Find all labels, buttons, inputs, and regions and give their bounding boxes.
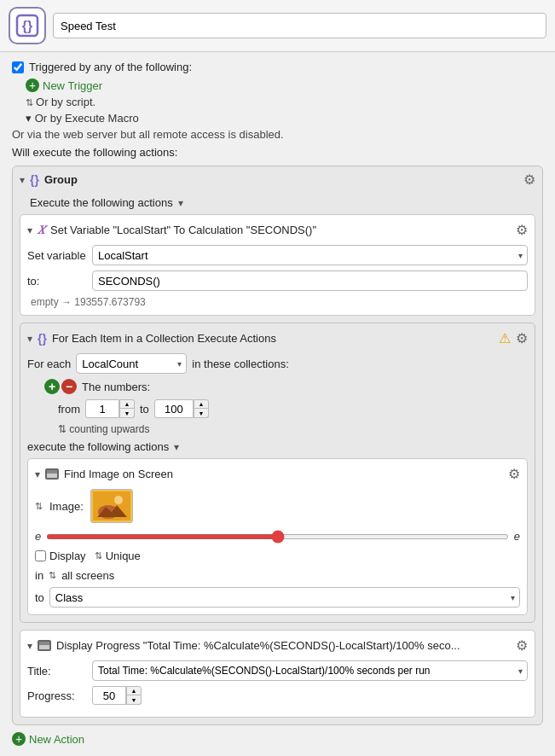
display-checkbox[interactable] bbox=[35, 550, 46, 561]
to-down-button[interactable]: ▼ bbox=[194, 409, 209, 418]
new-trigger-button[interactable]: + New Trigger bbox=[26, 79, 543, 92]
display-progress-title: Display Progress "Total Time: %Calculate… bbox=[56, 639, 511, 652]
top-bar: {} bbox=[0, 0, 555, 52]
image-thumbnail[interactable] bbox=[90, 489, 133, 523]
to-up-button[interactable]: ▲ bbox=[194, 399, 209, 409]
screens-updown-icon: ⇅ bbox=[49, 570, 56, 581]
trigger-row: Triggered by any of the following: bbox=[12, 61, 543, 73]
class-select[interactable]: Class bbox=[49, 587, 520, 608]
to-input[interactable] bbox=[154, 399, 194, 418]
from-input[interactable] bbox=[85, 399, 119, 418]
group-panel: ▾ {} Group ⚙ Execute the following actio… bbox=[12, 166, 543, 725]
progress-title-select[interactable]: Total Time: %Calculate%(SECONDS()-LocalS… bbox=[92, 660, 528, 681]
will-execute-label: Will execute the following actions: bbox=[12, 146, 543, 159]
image-row: ⇅ Image: bbox=[35, 489, 520, 523]
progress-chevron[interactable]: ▾ bbox=[27, 640, 32, 652]
from-stepper: ▲ ▼ bbox=[119, 399, 135, 418]
to-stepper-group: ▲ ▼ bbox=[154, 399, 209, 418]
set-var-chevron[interactable]: ▾ bbox=[27, 224, 32, 236]
class-select-wrap: Class ▾ bbox=[49, 587, 520, 608]
set-variable-panel: ▾ 𝑋 Set Variable "LocalStart" To Calcula… bbox=[20, 214, 535, 316]
x-icon: 𝑋 bbox=[38, 223, 45, 237]
window-icon bbox=[45, 468, 59, 480]
new-trigger-label: New Trigger bbox=[43, 79, 102, 92]
display-unique-row: Display ⇅ Unique bbox=[35, 550, 520, 562]
set-variable-select-wrap: LocalStart ▾ bbox=[92, 245, 528, 265]
in-label: in bbox=[35, 569, 43, 582]
new-action-label: New Action bbox=[29, 733, 84, 746]
set-variable-label: Set variable bbox=[27, 249, 87, 262]
group-gear-icon[interactable]: ⚙ bbox=[523, 172, 535, 188]
display-progress-header: ▾ Display Progress "Total Time: %Calcula… bbox=[27, 637, 528, 654]
numbers-row: + − The numbers: bbox=[44, 379, 528, 394]
display-progress-gear-icon[interactable]: ⚙ bbox=[516, 637, 528, 654]
find-image-gear-icon[interactable]: ⚙ bbox=[508, 466, 520, 482]
progress-value-input[interactable] bbox=[92, 686, 126, 705]
group-brace-icon: {} bbox=[30, 173, 39, 187]
for-each-label: For each bbox=[27, 358, 71, 370]
calculation-input[interactable] bbox=[92, 270, 528, 291]
updown-icon: ⇅ bbox=[26, 97, 36, 108]
for-each-gear-icon[interactable]: ⚙ bbox=[516, 330, 528, 346]
from-up-button[interactable]: ▲ bbox=[119, 399, 135, 409]
for-each-panel: ▾ {} For Each Item in a Collection Execu… bbox=[20, 323, 535, 623]
set-var-gear-icon[interactable]: ⚙ bbox=[516, 222, 528, 238]
updown-counting-icon: ⇅ bbox=[58, 423, 69, 435]
for-each-row: For each LocalCount ▾ in these collectio… bbox=[27, 353, 528, 374]
group-title: Group bbox=[44, 173, 518, 186]
updown-unique-icon: ⇅ bbox=[95, 550, 102, 561]
group-chevron[interactable]: ▾ bbox=[20, 174, 25, 186]
warning-icon: ⚠ bbox=[499, 330, 511, 346]
progress-up-button[interactable]: ▲ bbox=[126, 686, 142, 695]
or-script-option[interactable]: ⇅ Or by script. bbox=[26, 96, 543, 108]
image-thumb-inner bbox=[93, 491, 130, 520]
or-via-text: Or via the web server but all remote acc… bbox=[12, 128, 543, 141]
unique-label-group: ⇅ Unique bbox=[95, 550, 141, 562]
for-each-brace-icon: {} bbox=[38, 332, 47, 346]
main-content: Triggered by any of the following: + New… bbox=[0, 52, 555, 756]
from-down-button[interactable]: ▼ bbox=[119, 409, 135, 418]
set-variable-field-row: Set variable LocalStart ▾ bbox=[27, 245, 528, 265]
or-macro-option[interactable]: ▾ Or by Execute Macro bbox=[26, 112, 543, 125]
add-number-button[interactable]: + bbox=[44, 379, 60, 394]
in-collections-label: in these collections: bbox=[192, 358, 288, 370]
for-each-variable-select[interactable]: LocalCount bbox=[76, 353, 187, 374]
macro-title-input[interactable] bbox=[53, 13, 546, 38]
counting-row: ⇅ counting upwards bbox=[58, 423, 528, 435]
calc-result: empty → 193557.673793 bbox=[31, 296, 528, 308]
set-variable-title: Set Variable "LocalStart" To Calculation… bbox=[50, 224, 511, 236]
group-execute-chevron[interactable]: ▾ bbox=[178, 197, 183, 209]
display-checkbox-group: Display bbox=[35, 550, 86, 562]
to-field-row: to: bbox=[27, 270, 528, 291]
find-image-chevron[interactable]: ▾ bbox=[35, 468, 40, 480]
for-each-var-wrap: LocalCount ▾ bbox=[76, 353, 187, 374]
execute-actions-row: execute the following actions ▾ bbox=[27, 440, 528, 453]
remove-number-button[interactable]: − bbox=[61, 379, 77, 394]
display-progress-panel: ▾ Display Progress "Total Time: %Calcula… bbox=[20, 630, 535, 718]
image-label: Image: bbox=[49, 500, 84, 513]
counting-label: counting upwards bbox=[69, 423, 149, 435]
all-screens-label: all screens bbox=[61, 569, 114, 582]
new-action-button[interactable]: + New Action bbox=[12, 732, 543, 746]
find-image-panel: ▾ Find Image on Screen ⚙ ⇅ Image: bbox=[27, 458, 528, 615]
plus-minus-buttons: + − bbox=[44, 379, 77, 394]
svg-point-3 bbox=[114, 496, 123, 504]
set-variable-select[interactable]: LocalStart bbox=[92, 245, 528, 265]
to-class-row: to Class ▾ bbox=[35, 587, 520, 608]
for-each-chevron[interactable]: ▾ bbox=[27, 333, 32, 345]
progress-value-label: Progress: bbox=[27, 689, 87, 702]
progress-title-select-wrap: Total Time: %Calculate%(SECONDS()-LocalS… bbox=[92, 660, 528, 681]
numbers-label: The numbers: bbox=[82, 381, 150, 393]
from-to-row: from ▲ ▼ to ▲ ▼ bbox=[58, 399, 528, 418]
progress-stepper-group: ▲ ▼ bbox=[92, 686, 142, 705]
progress-down-button[interactable]: ▼ bbox=[126, 695, 142, 705]
slider-container bbox=[46, 534, 509, 539]
from-label: from bbox=[58, 403, 80, 416]
execute-actions-chevron[interactable]: ▾ bbox=[174, 441, 179, 453]
trigger-checkbox[interactable] bbox=[12, 61, 24, 73]
new-action-plus-icon: + bbox=[12, 732, 26, 746]
tolerance-slider[interactable] bbox=[46, 534, 509, 539]
group-execute-label: Execute the following actions bbox=[30, 196, 173, 209]
for-each-title: For Each Item in a Collection Execute Ac… bbox=[52, 332, 494, 345]
logo-icon: {} bbox=[9, 7, 46, 44]
